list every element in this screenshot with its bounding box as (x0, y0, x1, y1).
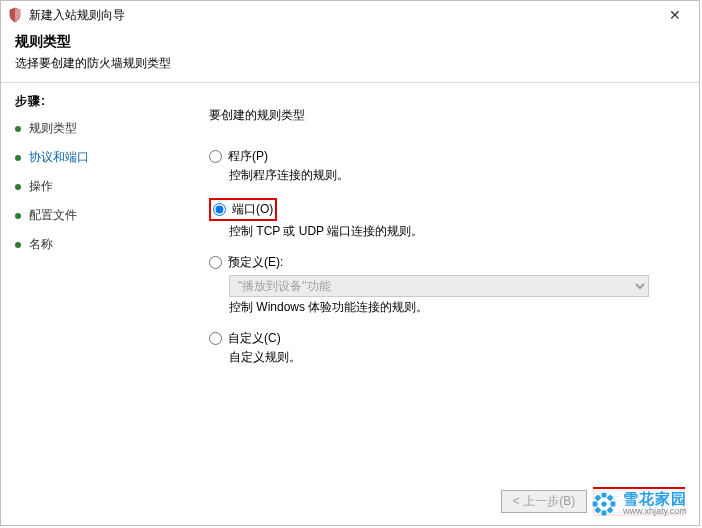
content: 要创建的规则类型 程序(P) 控制程序连接的规则。 端口(O) 控制 TCP 或… (173, 83, 699, 481)
bullet-icon (15, 155, 21, 161)
body: 步骤: 规则类型 协议和端口 操作 配置文件 (1, 83, 699, 481)
radio-predefined[interactable] (209, 256, 222, 269)
intro-text: 要创建的规则类型 (209, 107, 671, 124)
option-port: 端口(O) 控制 TCP 或 UDP 端口连接的规则。 (209, 198, 671, 240)
next-button[interactable]: 下一步(N) > (596, 490, 682, 513)
option-predefined: 预定义(E): "播放到设备"功能 控制 Windows 体验功能连接的规则。 (209, 254, 671, 316)
radio-program[interactable] (209, 150, 222, 163)
label-predefined: 预定义(E): (228, 254, 283, 271)
app-icon (7, 7, 23, 23)
step-action[interactable]: 操作 (15, 178, 167, 195)
steps-label: 步骤: (15, 93, 167, 110)
label-program: 程序(P) (228, 148, 268, 165)
header: 规则类型 选择要创建的防火墙规则类型 (1, 29, 699, 83)
select-predefined: "播放到设备"功能 (229, 275, 649, 297)
step-rule-type[interactable]: 规则类型 (15, 120, 167, 137)
sidebar: 步骤: 规则类型 协议和端口 操作 配置文件 (1, 83, 173, 481)
option-program: 程序(P) 控制程序连接的规则。 (209, 148, 671, 184)
label-custom: 自定义(C) (228, 330, 281, 347)
highlight-next: 下一步(N) > (593, 487, 685, 516)
window-title: 新建入站规则向导 (29, 7, 657, 24)
step-name[interactable]: 名称 (15, 236, 167, 253)
radio-custom[interactable] (209, 332, 222, 345)
label-port: 端口(O) (232, 201, 273, 218)
page-title: 规则类型 (15, 33, 685, 51)
bullet-icon (15, 184, 21, 190)
titlebar: 新建入站规则向导 ✕ (1, 1, 699, 29)
steps-list: 规则类型 协议和端口 操作 配置文件 名称 (15, 120, 167, 253)
desc-program: 控制程序连接的规则。 (229, 167, 671, 184)
bullet-icon (15, 126, 21, 132)
desc-predefined: 控制 Windows 体验功能连接的规则。 (229, 299, 671, 316)
wizard-window: 新建入站规则向导 ✕ 规则类型 选择要创建的防火墙规则类型 步骤: 规则类型 协… (0, 0, 700, 526)
bullet-icon (15, 242, 21, 248)
bullet-icon (15, 213, 21, 219)
step-protocol-port[interactable]: 协议和端口 (15, 149, 167, 166)
page-subtitle: 选择要创建的防火墙规则类型 (15, 55, 685, 72)
desc-port: 控制 TCP 或 UDP 端口连接的规则。 (229, 223, 671, 240)
close-button[interactable]: ✕ (657, 6, 693, 24)
option-custom: 自定义(C) 自定义规则。 (209, 330, 671, 366)
back-button: < 上一步(B) (501, 490, 587, 513)
footer: < 上一步(B) 下一步(N) > (1, 477, 699, 525)
step-profile[interactable]: 配置文件 (15, 207, 167, 224)
desc-custom: 自定义规则。 (229, 349, 671, 366)
highlight-port: 端口(O) (209, 198, 277, 221)
radio-port[interactable] (213, 203, 226, 216)
